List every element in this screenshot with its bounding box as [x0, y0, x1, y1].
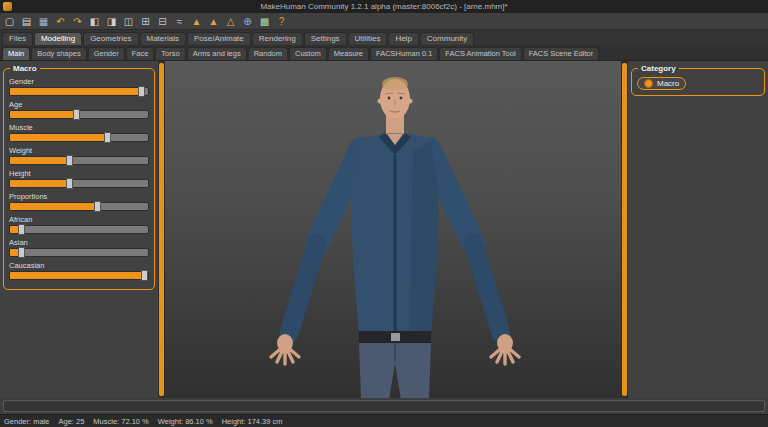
save-icon[interactable]: ▦ — [37, 15, 50, 28]
viewport-3d[interactable] — [165, 61, 621, 398]
slider-fill — [10, 272, 144, 279]
slider-handle[interactable] — [18, 224, 25, 235]
slider-track[interactable] — [9, 202, 149, 211]
menu-tab-modelling[interactable]: Modelling — [34, 32, 82, 45]
slider-track[interactable] — [9, 133, 149, 142]
left-panel: Macro GenderAgeMuscleWeightHeightProport… — [0, 61, 158, 398]
slider-handle[interactable] — [66, 178, 73, 189]
right-forearm — [473, 243, 501, 333]
slider-track[interactable] — [9, 110, 149, 119]
sub-tab-custom[interactable]: Custom — [289, 47, 327, 60]
slider-list: GenderAgeMuscleWeightHeightProportionsAf… — [9, 77, 149, 280]
sub-tab-arms-and-legs[interactable]: Arms and legs — [187, 47, 247, 60]
slider-proportions: Proportions — [9, 192, 149, 211]
menu-tab-files[interactable]: Files — [2, 32, 33, 45]
slider-handle[interactable] — [94, 201, 101, 212]
progress-bar — [3, 400, 765, 412]
makehuman-window: MakeHuman Community 1.2.1 alpha (master:… — [0, 0, 768, 427]
menu-tab-utilities[interactable]: Utilities — [348, 32, 388, 45]
app-logo-icon — [3, 2, 12, 11]
grid-ground-icon[interactable]: ▩ — [258, 15, 271, 28]
slider-handle[interactable] — [73, 109, 80, 120]
menu-tab-geometries[interactable]: Geometries — [83, 32, 138, 45]
slider-track[interactable] — [9, 248, 149, 257]
sub-tab-main[interactable]: Main — [2, 47, 30, 60]
radio-icon — [644, 79, 653, 88]
menu-tab-rendering[interactable]: Rendering — [252, 32, 303, 45]
shirt-shading — [409, 141, 438, 333]
belt-buckle — [391, 333, 400, 341]
menu-tab-settings[interactable]: Settings — [304, 32, 347, 45]
slider-track[interactable] — [9, 87, 149, 96]
menu-tab-materials[interactable]: Materials — [140, 32, 186, 45]
slider-track[interactable] — [9, 179, 149, 188]
human-model[interactable] — [165, 61, 621, 398]
sub-tab-facs-scene-editor[interactable]: FACS Scene Editor — [523, 47, 600, 60]
sub-tab-facshuman-0-1[interactable]: FACSHuman 0.1 — [370, 47, 438, 60]
slider-handle[interactable] — [138, 86, 145, 97]
category-groupbox: Category Macro — [631, 68, 765, 96]
slider-fill — [10, 180, 69, 187]
sub-tab-torso[interactable]: Torso — [155, 47, 185, 60]
subdivide-icon[interactable]: ⊟ — [156, 15, 169, 28]
slider-african: African — [9, 215, 149, 234]
slider-track[interactable] — [9, 156, 149, 165]
side-view-icon[interactable]: △ — [224, 15, 237, 28]
right-scrollbar — [621, 61, 628, 398]
sub-tab-face[interactable]: Face — [126, 47, 155, 60]
front-view-icon[interactable]: ▲ — [207, 15, 220, 28]
slider-label: Gender — [9, 77, 149, 86]
sub-tab-facs-animation-tool[interactable]: FACS Animation Tool — [439, 47, 521, 60]
new-icon[interactable]: ▢ — [3, 15, 16, 28]
smooth-icon[interactable]: ≈ — [173, 15, 186, 28]
slider-handle[interactable] — [141, 270, 148, 281]
grid-icon[interactable]: ⊞ — [139, 15, 152, 28]
slider-handle[interactable] — [18, 247, 25, 258]
slider-track[interactable] — [9, 225, 149, 234]
load-icon[interactable]: ▤ — [20, 15, 33, 28]
right-scrollbar-thumb[interactable] — [622, 63, 627, 396]
sub-tab-gender[interactable]: Gender — [88, 47, 125, 60]
symmetry-icon[interactable]: ◫ — [122, 15, 135, 28]
slider-label: Caucasian — [9, 261, 149, 270]
title-bar[interactable]: MakeHuman Community 1.2.1 alpha (master:… — [0, 0, 768, 13]
status-segment: Gender: male — [4, 417, 49, 426]
redo-icon[interactable]: ↷ — [71, 15, 84, 28]
toolbar: ▢▤▦↶↷◧◨◫⊞⊟≈▲▲△⊕▩? — [0, 13, 768, 30]
left-eye — [388, 97, 391, 100]
top-view-icon[interactable]: ▲ — [190, 15, 203, 28]
symmetry-right-icon[interactable]: ◨ — [105, 15, 118, 28]
globe-icon[interactable]: ⊕ — [241, 15, 254, 28]
slider-age: Age — [9, 100, 149, 119]
slider-height: Height — [9, 169, 149, 188]
hair — [382, 77, 408, 91]
category-groupbox-title: Category — [638, 64, 679, 73]
slider-asian: Asian — [9, 238, 149, 257]
window-title: MakeHuman Community 1.2.1 alpha (master:… — [260, 2, 507, 11]
symmetry-left-icon[interactable]: ◧ — [88, 15, 101, 28]
sub-tab-random[interactable]: Random — [248, 47, 288, 60]
left-ear — [378, 99, 383, 104]
menu-tab-help[interactable]: Help — [388, 32, 418, 45]
menu-tab-pose-animate[interactable]: Pose/Animate — [187, 32, 251, 45]
help-icon[interactable]: ? — [275, 15, 288, 28]
left-forearm — [289, 243, 317, 333]
slider-handle[interactable] — [66, 155, 73, 166]
slider-track[interactable] — [9, 271, 149, 280]
slider-fill — [10, 134, 107, 141]
menu-tab-community[interactable]: Community — [420, 32, 474, 45]
sub-tab-measure[interactable]: Measure — [328, 47, 369, 60]
right-eye — [400, 97, 403, 100]
status-segment: Height: 174.39 cm — [222, 417, 283, 426]
slider-handle[interactable] — [104, 132, 111, 143]
right-panel: Category Macro — [628, 61, 768, 398]
slider-fill — [10, 88, 141, 95]
slider-label: Muscle — [9, 123, 149, 132]
status-segment: Muscle: 72.10 % — [93, 417, 148, 426]
left-scrollbar-thumb[interactable] — [159, 63, 164, 396]
sub-tab-body-shapes[interactable]: Body shapes — [31, 47, 86, 60]
category-option-macro[interactable]: Macro — [637, 77, 686, 90]
undo-icon[interactable]: ↶ — [54, 15, 67, 28]
slider-weight: Weight — [9, 146, 149, 165]
slider-label: Age — [9, 100, 149, 109]
